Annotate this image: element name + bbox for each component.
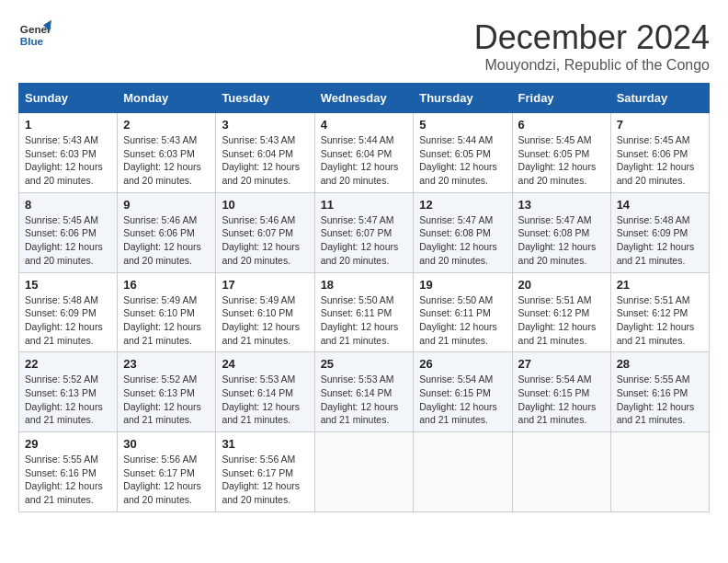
day-detail: Sunrise: 5:43 AM Sunset: 6:03 PM Dayligh…	[25, 133, 111, 188]
header-saturday: Saturday	[610, 84, 709, 113]
calendar-cell: 23Sunrise: 5:52 AM Sunset: 6:13 PM Dayli…	[118, 352, 216, 432]
calendar-cell: 10Sunrise: 5:46 AM Sunset: 6:07 PM Dayli…	[216, 192, 314, 272]
day-detail: Sunrise: 5:51 AM Sunset: 6:12 PM Dayligh…	[617, 293, 703, 348]
day-detail: Sunrise: 5:45 AM Sunset: 6:06 PM Dayligh…	[617, 133, 703, 188]
day-number: 27	[518, 357, 605, 371]
day-detail: Sunrise: 5:48 AM Sunset: 6:09 PM Dayligh…	[617, 213, 703, 268]
day-number: 28	[617, 357, 703, 371]
day-number: 9	[123, 198, 210, 212]
calendar-cell: 27Sunrise: 5:54 AM Sunset: 6:15 PM Dayli…	[512, 352, 610, 432]
calendar-cell: 20Sunrise: 5:51 AM Sunset: 6:12 PM Dayli…	[512, 272, 610, 352]
day-detail: Sunrise: 5:46 AM Sunset: 6:07 PM Dayligh…	[222, 213, 308, 268]
calendar-cell: 12Sunrise: 5:47 AM Sunset: 6:08 PM Dayli…	[414, 192, 512, 272]
day-number: 31	[222, 437, 308, 451]
day-number: 18	[321, 278, 408, 292]
day-detail: Sunrise: 5:55 AM Sunset: 6:16 PM Dayligh…	[25, 453, 111, 507]
day-number: 17	[222, 278, 308, 292]
calendar-cell: 3Sunrise: 5:43 AM Sunset: 6:04 PM Daylig…	[216, 113, 314, 193]
day-number: 26	[419, 357, 506, 371]
calendar-table: SundayMondayTuesdayWednesdayThursdayFrid…	[18, 83, 710, 512]
day-number: 7	[617, 118, 703, 132]
title-section: December 2024 Mouyondzi, Republic of the…	[474, 18, 710, 74]
calendar-cell: 13Sunrise: 5:47 AM Sunset: 6:08 PM Dayli…	[512, 192, 610, 272]
day-detail: Sunrise: 5:43 AM Sunset: 6:03 PM Dayligh…	[123, 133, 210, 188]
calendar-week-row: 8Sunrise: 5:45 AM Sunset: 6:06 PM Daylig…	[19, 192, 710, 272]
day-number: 15	[25, 278, 111, 292]
day-detail: Sunrise: 5:52 AM Sunset: 6:13 PM Dayligh…	[123, 373, 210, 427]
day-detail: Sunrise: 5:50 AM Sunset: 6:11 PM Dayligh…	[419, 293, 506, 348]
day-number: 2	[123, 118, 210, 132]
calendar-cell: 30Sunrise: 5:56 AM Sunset: 6:17 PM Dayli…	[118, 432, 216, 512]
calendar-cell: 1Sunrise: 5:43 AM Sunset: 6:03 PM Daylig…	[19, 113, 118, 193]
day-number: 4	[321, 118, 408, 132]
day-detail: Sunrise: 5:53 AM Sunset: 6:14 PM Dayligh…	[222, 373, 308, 427]
header-thursday: Thursday	[414, 84, 512, 113]
calendar-cell: 21Sunrise: 5:51 AM Sunset: 6:12 PM Dayli…	[610, 272, 709, 352]
day-number: 24	[222, 357, 308, 371]
calendar-cell	[314, 432, 414, 512]
header-monday: Monday	[118, 84, 216, 113]
header-sunday: Sunday	[19, 84, 118, 113]
day-detail: Sunrise: 5:48 AM Sunset: 6:09 PM Dayligh…	[25, 293, 111, 348]
day-detail: Sunrise: 5:56 AM Sunset: 6:17 PM Dayligh…	[123, 453, 210, 507]
calendar-cell: 31Sunrise: 5:56 AM Sunset: 6:17 PM Dayli…	[216, 432, 314, 512]
calendar-cell: 28Sunrise: 5:55 AM Sunset: 6:16 PM Dayli…	[610, 352, 709, 432]
calendar-cell: 7Sunrise: 5:45 AM Sunset: 6:06 PM Daylig…	[610, 113, 709, 193]
calendar-week-row: 15Sunrise: 5:48 AM Sunset: 6:09 PM Dayli…	[19, 272, 710, 352]
calendar-week-row: 1Sunrise: 5:43 AM Sunset: 6:03 PM Daylig…	[19, 113, 710, 193]
day-detail: Sunrise: 5:52 AM Sunset: 6:13 PM Dayligh…	[25, 373, 111, 427]
calendar-week-row: 22Sunrise: 5:52 AM Sunset: 6:13 PM Dayli…	[19, 352, 710, 432]
logo: General Blue	[18, 18, 51, 52]
calendar-cell: 24Sunrise: 5:53 AM Sunset: 6:14 PM Dayli…	[216, 352, 314, 432]
day-detail: Sunrise: 5:49 AM Sunset: 6:10 PM Dayligh…	[123, 293, 210, 348]
month-title: December 2024	[474, 18, 710, 57]
day-detail: Sunrise: 5:55 AM Sunset: 6:16 PM Dayligh…	[617, 373, 703, 427]
day-detail: Sunrise: 5:47 AM Sunset: 6:07 PM Dayligh…	[321, 213, 408, 268]
day-number: 13	[518, 198, 605, 212]
day-detail: Sunrise: 5:56 AM Sunset: 6:17 PM Dayligh…	[222, 453, 308, 507]
calendar-cell: 18Sunrise: 5:50 AM Sunset: 6:11 PM Dayli…	[314, 272, 414, 352]
day-number: 8	[25, 198, 111, 212]
day-detail: Sunrise: 5:50 AM Sunset: 6:11 PM Dayligh…	[321, 293, 408, 348]
day-number: 14	[617, 198, 703, 212]
page-header: General Blue December 2024 Mouyondzi, Re…	[18, 18, 710, 74]
day-number: 20	[518, 278, 605, 292]
calendar-cell: 16Sunrise: 5:49 AM Sunset: 6:10 PM Dayli…	[118, 272, 216, 352]
calendar-cell: 11Sunrise: 5:47 AM Sunset: 6:07 PM Dayli…	[314, 192, 414, 272]
calendar-cell	[512, 432, 610, 512]
day-number: 29	[25, 437, 111, 451]
calendar-cell: 17Sunrise: 5:49 AM Sunset: 6:10 PM Dayli…	[216, 272, 314, 352]
day-detail: Sunrise: 5:45 AM Sunset: 6:05 PM Dayligh…	[518, 133, 605, 188]
day-detail: Sunrise: 5:47 AM Sunset: 6:08 PM Dayligh…	[419, 213, 506, 268]
calendar-cell: 15Sunrise: 5:48 AM Sunset: 6:09 PM Dayli…	[19, 272, 118, 352]
day-detail: Sunrise: 5:44 AM Sunset: 6:05 PM Dayligh…	[419, 133, 506, 188]
day-detail: Sunrise: 5:47 AM Sunset: 6:08 PM Dayligh…	[518, 213, 605, 268]
day-detail: Sunrise: 5:43 AM Sunset: 6:04 PM Dayligh…	[222, 133, 308, 188]
day-number: 12	[419, 198, 506, 212]
day-detail: Sunrise: 5:54 AM Sunset: 6:15 PM Dayligh…	[419, 373, 506, 427]
day-number: 30	[123, 437, 210, 451]
day-number: 25	[321, 357, 408, 371]
calendar-cell: 14Sunrise: 5:48 AM Sunset: 6:09 PM Dayli…	[610, 192, 709, 272]
calendar-cell	[414, 432, 512, 512]
day-detail: Sunrise: 5:44 AM Sunset: 6:04 PM Dayligh…	[321, 133, 408, 188]
day-number: 16	[123, 278, 210, 292]
day-detail: Sunrise: 5:49 AM Sunset: 6:10 PM Dayligh…	[222, 293, 308, 348]
calendar-header-row: SundayMondayTuesdayWednesdayThursdayFrid…	[19, 84, 710, 113]
header-tuesday: Tuesday	[216, 84, 314, 113]
calendar-cell	[610, 432, 709, 512]
day-number: 6	[518, 118, 605, 132]
header-friday: Friday	[512, 84, 610, 113]
day-number: 23	[123, 357, 210, 371]
calendar-cell: 5Sunrise: 5:44 AM Sunset: 6:05 PM Daylig…	[414, 113, 512, 193]
calendar-week-row: 29Sunrise: 5:55 AM Sunset: 6:16 PM Dayli…	[19, 432, 710, 512]
calendar-cell: 22Sunrise: 5:52 AM Sunset: 6:13 PM Dayli…	[19, 352, 118, 432]
calendar-cell: 9Sunrise: 5:46 AM Sunset: 6:06 PM Daylig…	[118, 192, 216, 272]
day-number: 10	[222, 198, 308, 212]
calendar-cell: 4Sunrise: 5:44 AM Sunset: 6:04 PM Daylig…	[314, 113, 414, 193]
day-detail: Sunrise: 5:53 AM Sunset: 6:14 PM Dayligh…	[321, 373, 408, 427]
calendar-cell: 25Sunrise: 5:53 AM Sunset: 6:14 PM Dayli…	[314, 352, 414, 432]
calendar-cell: 29Sunrise: 5:55 AM Sunset: 6:16 PM Dayli…	[19, 432, 118, 512]
header-wednesday: Wednesday	[314, 84, 414, 113]
day-number: 3	[222, 118, 308, 132]
